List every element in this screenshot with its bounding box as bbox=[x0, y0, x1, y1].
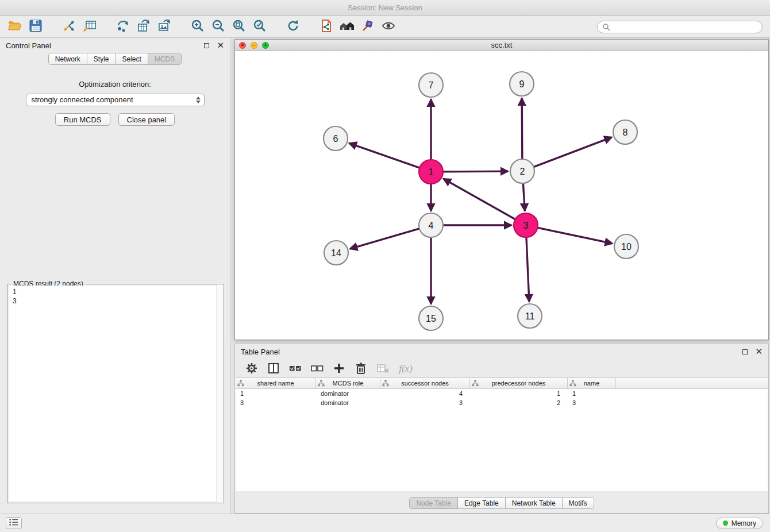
zoom-fit-button[interactable] bbox=[229, 18, 249, 36]
close-panel-icon[interactable]: ✕ bbox=[217, 42, 224, 49]
save-session-button[interactable] bbox=[25, 18, 46, 36]
result-scrollbar[interactable] bbox=[216, 284, 224, 503]
tab-network-table[interactable]: Network Table bbox=[505, 497, 563, 509]
trash-icon bbox=[354, 361, 368, 377]
function-builder-button[interactable]: f(x) bbox=[396, 361, 413, 376]
network-document-button[interactable] bbox=[316, 18, 337, 36]
mcds-result-item[interactable]: 3 bbox=[9, 296, 222, 306]
graph-node-3[interactable]: 3 bbox=[514, 213, 538, 237]
network-canvas[interactable]: 7968124314101511 bbox=[235, 52, 768, 340]
task-history-button[interactable] bbox=[6, 517, 22, 529]
table-row[interactable]: 1dominator411 bbox=[236, 389, 768, 398]
window-close-icon[interactable] bbox=[239, 42, 246, 49]
svg-text:9: 9 bbox=[519, 79, 525, 89]
graph-node-6[interactable]: 6 bbox=[324, 126, 348, 151]
graph-node-14[interactable]: 14 bbox=[324, 241, 348, 265]
graph-node-2[interactable]: 2 bbox=[510, 159, 534, 183]
close-panel-button[interactable]: Close panel bbox=[118, 113, 175, 126]
zoom-selected-button[interactable] bbox=[249, 18, 270, 36]
tab-edge-table[interactable]: Edge Table bbox=[457, 497, 506, 509]
graph-node-1[interactable]: 1 bbox=[419, 160, 443, 184]
mcds-result-item[interactable]: 1 bbox=[9, 286, 222, 296]
search-icon bbox=[602, 23, 610, 31]
column-header-shared-name[interactable]: shared name bbox=[236, 378, 316, 388]
edge-3-11[interactable] bbox=[526, 237, 529, 302]
export-table-icon bbox=[136, 18, 151, 35]
import-table-button[interactable] bbox=[79, 18, 100, 36]
table-row[interactable]: 3dominator323 bbox=[236, 398, 768, 407]
network-graph[interactable]: 7968124314101511 bbox=[235, 52, 768, 340]
graph-node-8[interactable]: 8 bbox=[613, 120, 637, 144]
cell-successor-nodes[interactable]: 3 bbox=[380, 398, 470, 407]
delete-column-button[interactable] bbox=[352, 361, 369, 376]
apply-style-button[interactable] bbox=[357, 18, 378, 36]
memory-button[interactable]: Memory bbox=[716, 518, 763, 529]
graph-node-10[interactable]: 10 bbox=[614, 234, 638, 259]
zoom-in-button[interactable] bbox=[187, 18, 208, 36]
column-header-successor-nodes[interactable]: successor nodes bbox=[380, 378, 470, 388]
style-brush-icon bbox=[360, 18, 375, 35]
show-columns-button[interactable] bbox=[265, 361, 282, 376]
select-all-button[interactable] bbox=[287, 361, 304, 376]
cell-predecessor-nodes[interactable]: 2 bbox=[470, 398, 568, 407]
float-panel-icon[interactable] bbox=[204, 43, 209, 48]
tab-mcds[interactable]: MCDS bbox=[148, 53, 182, 65]
tab-network[interactable]: Network bbox=[48, 53, 87, 65]
edge-1-2[interactable] bbox=[443, 171, 508, 172]
cell-successor-nodes[interactable]: 4 bbox=[380, 389, 470, 398]
export-image-button[interactable] bbox=[154, 18, 175, 36]
graph-node-9[interactable]: 9 bbox=[510, 72, 534, 96]
delete-table-button[interactable] bbox=[374, 361, 391, 376]
column-header-predecessor-nodes[interactable]: predecessor nodes bbox=[470, 378, 568, 388]
window-zoom-icon[interactable] bbox=[262, 42, 269, 49]
export-table-button[interactable] bbox=[133, 18, 154, 36]
tab-select[interactable]: Select bbox=[116, 53, 148, 65]
import-network-button[interactable] bbox=[59, 18, 79, 36]
column-header-mcds-role[interactable]: MCDS role bbox=[316, 378, 380, 388]
node-table: shared nameMCDS rolesuccessor nodesprede… bbox=[236, 377, 768, 491]
edge-2-3[interactable] bbox=[523, 183, 525, 211]
search-input[interactable] bbox=[613, 22, 757, 32]
criterion-select[interactable]: strongly connected component bbox=[26, 94, 205, 106]
tab-node-table[interactable]: Node Table bbox=[409, 497, 458, 509]
open-folder-button[interactable] bbox=[5, 18, 25, 36]
show-hide-button[interactable] bbox=[378, 18, 399, 36]
window-minimize-icon[interactable] bbox=[251, 42, 257, 49]
tab-style[interactable]: Style bbox=[87, 53, 116, 65]
zoom-fit-icon bbox=[232, 18, 247, 35]
close-table-panel-icon[interactable]: ✕ bbox=[755, 348, 763, 355]
zoom-out-button[interactable] bbox=[208, 18, 229, 36]
select-stepper-icon bbox=[196, 97, 201, 103]
run-mcds-button[interactable]: Run MCDS bbox=[55, 113, 110, 126]
mcds-result-groupbox: MCDS result (2 nodes) 13 bbox=[7, 284, 224, 503]
export-network-button[interactable] bbox=[113, 18, 133, 36]
graph-node-15[interactable]: 15 bbox=[419, 306, 443, 330]
search-box[interactable] bbox=[597, 21, 763, 33]
svg-text:3: 3 bbox=[523, 221, 529, 230]
edge-3-10[interactable] bbox=[538, 228, 613, 243]
memory-status-icon bbox=[723, 521, 728, 526]
cell-shared-name[interactable]: 3 bbox=[236, 398, 316, 407]
add-column-button[interactable] bbox=[330, 361, 348, 376]
column-header-name[interactable]: name bbox=[568, 378, 616, 388]
cell-name[interactable]: 1 bbox=[568, 389, 616, 398]
table-settings-button[interactable] bbox=[243, 361, 260, 376]
ndex-home-button[interactable] bbox=[337, 18, 357, 36]
cell-shared-name[interactable]: 1 bbox=[236, 389, 316, 398]
graph-node-7[interactable]: 7 bbox=[419, 73, 443, 97]
cell-predecessor-nodes[interactable]: 1 bbox=[470, 389, 568, 398]
float-table-panel-icon[interactable] bbox=[742, 349, 748, 354]
apply-layout-button[interactable] bbox=[283, 18, 303, 36]
graph-node-4[interactable]: 4 bbox=[419, 213, 443, 237]
cell-mcds-role[interactable]: dominator bbox=[316, 398, 380, 407]
cell-mcds-role[interactable]: dominator bbox=[316, 389, 380, 398]
edge-2-9[interactable] bbox=[522, 98, 522, 159]
edge-2-8[interactable] bbox=[534, 137, 612, 167]
deselect-all-button[interactable] bbox=[309, 361, 326, 376]
edge-1-6[interactable] bbox=[349, 143, 420, 168]
cell-name[interactable]: 3 bbox=[568, 398, 616, 407]
edge-3-1[interactable] bbox=[444, 179, 515, 219]
tab-motifs[interactable]: Motifs bbox=[562, 497, 594, 509]
edge-4-14[interactable] bbox=[350, 229, 419, 249]
graph-node-11[interactable]: 11 bbox=[518, 304, 542, 328]
